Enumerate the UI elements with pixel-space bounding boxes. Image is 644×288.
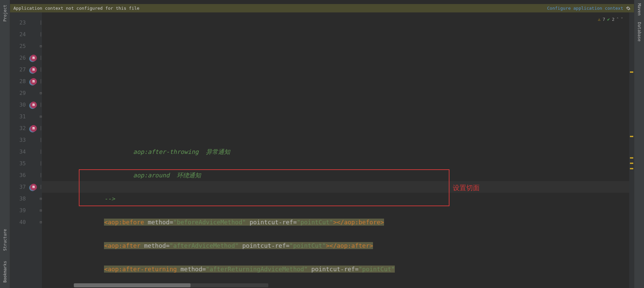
fold-guide-icon: │ (38, 138, 42, 142)
gutter-line-35[interactable]: 35│ (10, 158, 42, 169)
gutter-line-23[interactable]: 23│ (10, 17, 42, 28)
tool-window-maven[interactable]: Maven (637, 0, 642, 19)
gutter-line-27[interactable]: 27m│ (10, 64, 42, 75)
gutter-line-31[interactable]: 31⊟ (10, 111, 42, 122)
warning-count: 7 (603, 13, 605, 25)
fold-guide-icon: │ (38, 162, 42, 166)
inspections-up-icon[interactable]: ˄ (616, 13, 619, 25)
stripe-warn-2[interactable] (630, 136, 633, 137)
gutter-line-30[interactable]: 30m│ (10, 99, 42, 111)
fold-toggle-icon[interactable]: ⊟ (38, 209, 42, 213)
gutter-line-29[interactable]: 29⊟ (10, 87, 42, 99)
bean-nav-icon[interactable]: m (30, 78, 37, 85)
gutter: 23│24│25⊟26m│27m│28m│29⊟30m│31⊟32m│33│34… (10, 12, 42, 288)
stripe-warn-5[interactable] (630, 168, 633, 169)
fold-toggle-icon[interactable]: ⊟ (38, 115, 42, 119)
gutter-line-37[interactable]: 37m│ (10, 181, 42, 193)
gutter-line-25[interactable]: 25⊟ (10, 40, 42, 52)
ok-count: 2 (612, 13, 614, 25)
stripe-warn-4[interactable] (630, 163, 633, 164)
left-tool-strip: Project Structure Bookmarks (0, 0, 10, 288)
inspections-down-icon[interactable]: ˅ (621, 13, 623, 25)
fold-toggle-icon[interactable]: ⊟ (38, 220, 42, 224)
fold-guide-icon: │ (38, 79, 42, 83)
right-tool-strip: Maven Database (634, 0, 644, 288)
fold-guide-icon: │ (38, 173, 42, 177)
bean-nav-icon[interactable]: m (30, 101, 37, 109)
gutter-line-39[interactable]: 39⊟ (10, 205, 42, 216)
tool-window-bookmarks[interactable]: Bookmarks (3, 257, 7, 286)
gear-icon[interactable] (626, 6, 631, 11)
fold-guide-icon: │ (38, 103, 42, 107)
gutter-line-32[interactable]: 32m│ (10, 122, 42, 134)
gutter-line-26[interactable]: 26m│ (10, 52, 42, 64)
fold-guide-icon: │ (38, 68, 42, 72)
fold-guide-icon: │ (38, 56, 42, 60)
fold-guide-icon: │ (38, 185, 42, 189)
context-notice-bar: Application context not configured for t… (10, 4, 634, 12)
gutter-line-28[interactable]: 28m│ (10, 75, 42, 87)
code-area[interactable]: ⚠7 ✔2 ˄ ˅ 设置切面 aop:after-throwing 异常通知 a… (42, 12, 629, 288)
fold-toggle-icon[interactable]: ⊟ (38, 197, 42, 201)
tool-window-project[interactable]: Project (3, 1, 7, 25)
fold-guide-icon: │ (38, 126, 42, 130)
stripe-warn-3[interactable] (630, 157, 633, 159)
gutter-line-34[interactable]: 34│ (10, 146, 42, 158)
annotation-label: 设置切面 (453, 182, 480, 194)
tool-window-structure[interactable]: Structure (3, 226, 7, 254)
fold-guide-icon: │ (38, 150, 42, 154)
bean-nav-icon[interactable]: m (30, 183, 37, 191)
configure-context-link[interactable]: Configure application context (547, 6, 623, 11)
bean-nav-icon[interactable]: m (30, 54, 37, 62)
fold-toggle-icon[interactable]: ⊟ (38, 44, 42, 48)
gutter-line-33[interactable]: 33│ (10, 134, 42, 146)
fold-guide-icon: │ (38, 21, 42, 25)
fold-guide-icon: │ (38, 33, 42, 37)
bean-nav-icon[interactable]: m (30, 66, 37, 73)
check-icon: ✔ (607, 13, 610, 25)
bean-nav-icon[interactable]: m (30, 125, 37, 132)
stripe-warn-1[interactable] (630, 71, 633, 73)
inspections-widget[interactable]: ⚠7 ✔2 ˄ ˅ (598, 13, 623, 25)
warning-icon: ⚠ (598, 13, 601, 25)
error-stripe[interactable] (629, 12, 634, 288)
gutter-line-40[interactable]: 40⊟ (10, 216, 42, 228)
gutter-line-24[interactable]: 24│ (10, 28, 42, 40)
gutter-line-36[interactable]: 36│ (10, 169, 42, 181)
gutter-line-38[interactable]: 38⊟ (10, 193, 42, 205)
context-notice-message: Application context not configured for t… (13, 6, 140, 11)
tool-window-database[interactable]: Database (637, 19, 642, 45)
code-content[interactable]: aop:after-throwing 异常通知 aop:around 环绕通知 … (42, 146, 629, 288)
editor: 23│24│25⊟26m│27m│28m│29⊟30m│31⊟32m│33│34… (10, 12, 634, 288)
fold-toggle-icon[interactable]: ⊟ (38, 91, 42, 95)
